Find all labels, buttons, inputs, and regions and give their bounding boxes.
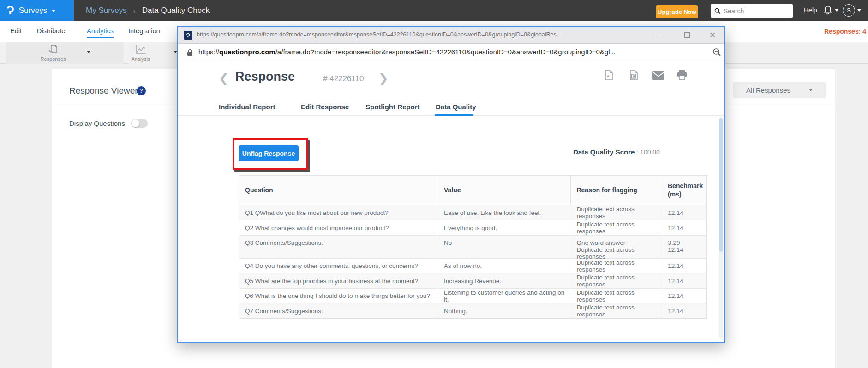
value-cell: Everything is good. [438, 220, 571, 235]
notifications-menu[interactable] [823, 5, 838, 15]
address-bar[interactable]: https://questionpro.com/a/frame.do?mode=… [178, 44, 724, 61]
svg-text:X: X [633, 74, 635, 79]
export-excel-icon[interactable]: X [629, 70, 639, 81]
chevron-down-icon [52, 10, 55, 12]
export-pdf-icon[interactable]: A [604, 70, 614, 81]
account-menu[interactable]: S [843, 4, 861, 17]
next-response-chevron[interactable]: ❯ [378, 71, 389, 86]
tab-individual-report[interactable]: Individual Report [219, 103, 275, 111]
upgrade-now-button[interactable]: Upgrade Now [656, 5, 698, 18]
global-search[interactable] [711, 4, 793, 18]
benchmark-cell: 12.14 [662, 273, 706, 288]
benchmark-cell: 12.14 [662, 205, 706, 220]
breadcrumb-separator: › [133, 7, 136, 15]
breadcrumb-my-surveys[interactable]: My Surveys [86, 6, 127, 15]
response-editor-window: Ɂ https://questionpro.com/a/frame.do?mod… [177, 26, 725, 343]
value-cell: Ease of use. Like the look and feel. [438, 205, 571, 220]
maximize-button[interactable] [681, 30, 693, 41]
toolbar-responses-tile[interactable]: Responses [6, 42, 124, 64]
question-cell: Q5 What are the top priorities in your b… [239, 273, 438, 288]
unflag-response-button[interactable]: Unflag Response [239, 145, 299, 161]
display-questions-toggle[interactable] [131, 119, 148, 128]
value-cell: Listening to customer queries and acting… [438, 289, 571, 303]
response-filter-dropdown[interactable]: All Responses [733, 82, 826, 98]
responses-count: Responses: 4 [824, 28, 866, 35]
benchmark-line: 12.14 [668, 246, 701, 253]
value-header: Value [438, 176, 571, 205]
question-cell: Q2 What changes would most improve our p… [239, 220, 438, 235]
reason-line: Duplicate text across responses [577, 246, 657, 260]
avatar: S [843, 4, 855, 17]
window-title-url: https://questionpro.com/a/frame.do?mode=… [197, 31, 649, 38]
chevron-down-icon [857, 9, 861, 12]
quality-row: Q3 Comments/Suggestions: No One word ans… [239, 236, 706, 259]
reason-cell: Duplicate text across responses [571, 303, 663, 318]
analysis-chart-icon [134, 43, 147, 56]
scrollbar-thumb[interactable] [719, 118, 723, 252]
address-url: https://questionpro.com/a/frame.do?mode=… [198, 48, 697, 56]
nav-analytics[interactable]: Analytics [87, 27, 114, 35]
product-switcher[interactable]: Ɂ Surveys [0, 0, 74, 21]
toolbar-responses-label: Responses [40, 56, 66, 62]
question-cell: Q4 Do you have any other comments, quest… [239, 259, 438, 273]
response-number: # 42226110 [323, 74, 364, 83]
score-value: 100.00 [640, 148, 660, 156]
nav-integration[interactable]: Integration [128, 27, 160, 35]
help-link[interactable]: Help [804, 6, 817, 14]
question-cell: Q1 QWhat do you like most about our new … [239, 205, 438, 220]
minimize-button[interactable]: — [652, 30, 664, 41]
benchmark-cell: 12.14 [662, 303, 706, 318]
reason-cell: Duplicate text across responses [571, 205, 663, 220]
search-input[interactable] [724, 7, 784, 15]
nav-edit[interactable]: Edit [10, 27, 22, 35]
display-questions-label: Display Questions [69, 119, 125, 127]
quality-row: Q7 Comments/Suggestions: Nothing. Duplic… [239, 303, 706, 318]
url-path: /a/frame.do?mode=responseeditor&response… [275, 48, 616, 56]
search-icon [714, 8, 721, 14]
data-quality-table: Question Value Reason for flagging Bench… [239, 175, 707, 319]
data-quality-score: Data Quality Score : 100.00 [573, 148, 660, 156]
benchmark-line: 3.29 [668, 239, 701, 246]
question-header: Question [239, 176, 438, 205]
score-separator: : [635, 148, 640, 156]
reason-cell: Duplicate text across responses [571, 220, 663, 235]
questionpro-favicon-icon: Ɂ [184, 31, 192, 40]
response-filter-value: All Responses [746, 86, 790, 94]
email-icon[interactable] [652, 71, 664, 80]
close-button[interactable]: ✕ [706, 30, 718, 41]
value-cell: Nothing. [438, 303, 571, 318]
zoom-out-icon[interactable] [712, 48, 721, 57]
lock-icon [187, 49, 193, 56]
page-title: Response Viewer [69, 86, 138, 96]
benchmark-cell: 12.14 [662, 289, 706, 303]
scrollbar[interactable] [719, 117, 723, 338]
app-root: Ɂ Surveys My Surveys › Data Quality Chec… [0, 0, 868, 368]
tab-data-quality[interactable]: Data Quality [436, 103, 476, 111]
bell-icon [823, 5, 832, 15]
chevron-down-icon[interactable] [87, 51, 90, 53]
value-cell: As of now no. [438, 259, 571, 273]
previous-response-chevron[interactable]: ❮ [219, 71, 229, 86]
window-title-bar[interactable]: Ɂ https://questionpro.com/a/frame.do?mod… [178, 27, 724, 44]
help-question-icon[interactable]: ? [137, 86, 146, 95]
reason-cell: Duplicate text across responses [571, 289, 663, 303]
tab-spotlight-report[interactable]: Spotlight Report [365, 103, 419, 111]
quality-row: Q2 What changes would most improve our p… [239, 220, 706, 236]
tab-edit-response[interactable]: Edit Response [301, 103, 349, 111]
reason-cell: Duplicate text across responses [571, 259, 663, 273]
maximize-icon [684, 32, 690, 38]
svg-text:A: A [606, 74, 610, 78]
toolbar-analysis-tile[interactable]: Analysis [128, 42, 180, 64]
question-cell: Q7 Comments/Suggestions: [239, 303, 438, 318]
print-icon[interactable] [676, 70, 688, 80]
value-cell: No [438, 236, 571, 258]
reason-cell: One word answer Duplicate text across re… [571, 236, 663, 258]
breadcrumb-current: Data Quality Check [142, 6, 210, 15]
quality-row: Q6 What is the one thing I should do to … [239, 289, 706, 303]
chevron-down-icon[interactable] [174, 51, 177, 53]
nav-distribute[interactable]: Distribute [37, 27, 65, 35]
reason-cell: Duplicate text across responses [571, 273, 663, 288]
quality-row: Q4 Do you have any other comments, quest… [239, 259, 706, 273]
score-label: Data Quality Score [573, 148, 635, 156]
url-scheme: https:// [198, 48, 219, 56]
